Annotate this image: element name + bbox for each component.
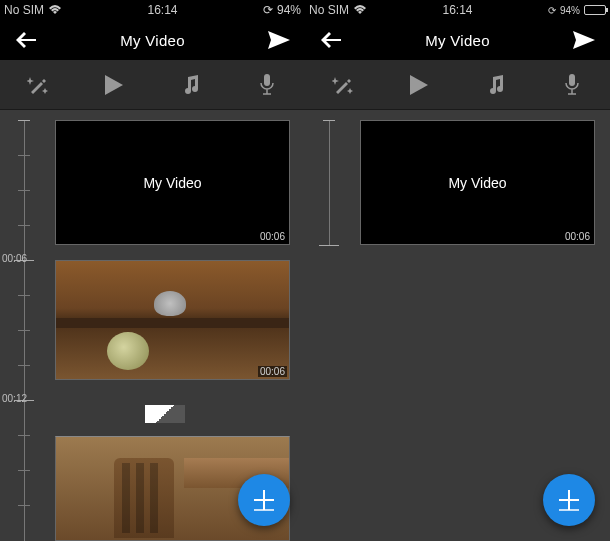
time-mark-2: 00:12	[2, 393, 27, 404]
clip-duration: 00:06	[258, 366, 287, 377]
nav-bar: My Video	[305, 20, 610, 60]
timeline[interactable]: 00:06 00:12 My Video 00:06 00:06	[0, 110, 305, 541]
send-button[interactable]	[267, 28, 291, 52]
nav-bar: My Video	[0, 20, 305, 60]
wifi-icon	[353, 5, 367, 15]
battery-icon	[584, 5, 606, 15]
music-button[interactable]	[471, 65, 521, 105]
page-title: My Video	[38, 32, 267, 49]
back-button[interactable]	[14, 28, 38, 52]
title-clip[interactable]: My Video 00:06	[360, 120, 595, 245]
video-clip-1[interactable]: 00:06	[55, 260, 290, 380]
svg-rect-0	[264, 74, 270, 86]
status-bar: No SIM 16:14 ⟳ 94%	[305, 0, 610, 20]
play-button[interactable]	[89, 65, 139, 105]
status-bar: No SIM 16:14 ⟳ 94%	[0, 0, 305, 20]
status-time: 16:14	[367, 3, 548, 17]
add-button[interactable]	[543, 474, 595, 526]
battery-percent: 94%	[277, 3, 301, 17]
clip-duration: 00:06	[563, 231, 592, 242]
add-button[interactable]	[238, 474, 290, 526]
right-panel: No SIM 16:14 ⟳ 94% My Video	[305, 0, 610, 541]
title-clip-text: My Video	[448, 175, 506, 191]
wifi-icon	[48, 5, 62, 15]
send-button[interactable]	[572, 28, 596, 52]
time-mark-1: 00:06	[2, 253, 27, 264]
mic-button[interactable]	[242, 65, 292, 105]
carrier-text: No SIM	[309, 3, 349, 17]
tool-bar	[0, 60, 305, 110]
page-title: My Video	[343, 32, 572, 49]
carrier-text: No SIM	[4, 3, 44, 17]
mic-button[interactable]	[547, 65, 597, 105]
play-button[interactable]	[394, 65, 444, 105]
timeline-ruler	[329, 120, 330, 245]
battery-percent: 94%	[560, 5, 580, 16]
back-button[interactable]	[319, 28, 343, 52]
timeline[interactable]: My Video 00:06	[305, 110, 610, 541]
effects-button[interactable]	[318, 65, 368, 105]
status-time: 16:14	[62, 3, 263, 17]
title-clip-text: My Video	[143, 175, 201, 191]
tool-bar	[305, 60, 610, 110]
music-button[interactable]	[166, 65, 216, 105]
svg-rect-2	[569, 74, 575, 86]
loading-icon: ⟳	[263, 3, 273, 17]
effects-button[interactable]	[13, 65, 63, 105]
loading-icon: ⟳	[548, 5, 556, 16]
clip-duration: 00:06	[258, 231, 287, 242]
title-clip[interactable]: My Video 00:06	[55, 120, 290, 245]
transition-handle[interactable]	[145, 405, 185, 423]
left-panel: No SIM 16:14 ⟳ 94% My Video	[0, 0, 305, 541]
